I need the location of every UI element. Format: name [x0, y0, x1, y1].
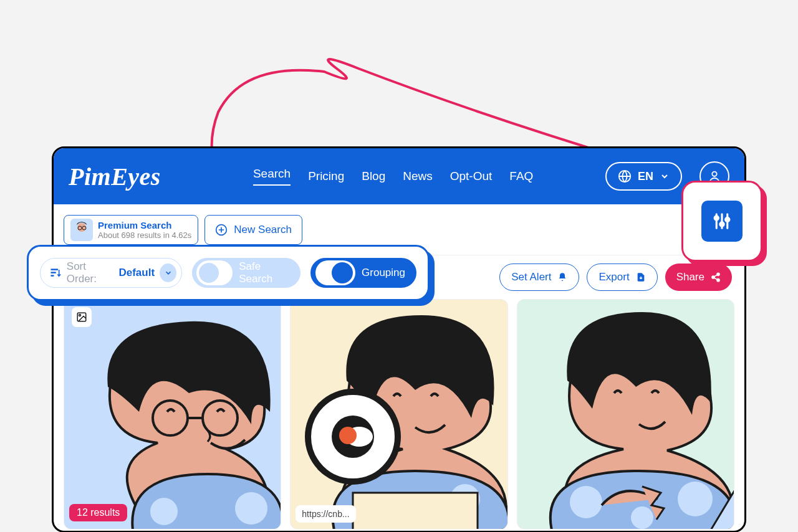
- set-alert-button[interactable]: Set Alert: [499, 264, 579, 291]
- svg-point-1: [712, 172, 716, 176]
- grouping-toggle[interactable]: Grouping: [310, 258, 416, 288]
- results-grid: 12 results https://cnb...: [54, 299, 744, 530]
- nav-pricing[interactable]: Pricing: [308, 169, 344, 183]
- settings-callout: [681, 181, 762, 262]
- filter-panel: Sort Order: Default Safe Search Grouping: [27, 245, 430, 301]
- new-search-label: New Search: [234, 224, 292, 236]
- svg-rect-27: [50, 272, 55, 273]
- results-count-badge: 12 results: [69, 504, 127, 521]
- sort-label: Sort Order:: [67, 260, 114, 285]
- svg-point-24: [678, 482, 713, 516]
- sliders-icon: [713, 212, 731, 230]
- nav-news[interactable]: News: [403, 169, 433, 183]
- language-label: EN: [638, 170, 653, 183]
- export-button[interactable]: Export: [587, 264, 657, 291]
- svg-rect-28: [50, 275, 54, 276]
- svg-point-8: [717, 279, 719, 282]
- svg-point-23: [570, 486, 602, 518]
- plus-circle-icon: [215, 224, 228, 236]
- image-stack-icon: [72, 307, 92, 327]
- app-window: PimEyes Search Pricing Blog News Opt-Out…: [52, 146, 746, 532]
- result-card[interactable]: [517, 299, 734, 530]
- svg-point-6: [717, 273, 719, 275]
- url-preview-badge: https://cnb...: [296, 505, 355, 523]
- nav-faq[interactable]: FAQ: [509, 169, 533, 183]
- result-card[interactable]: 12 results: [64, 299, 281, 530]
- grouping-label: Grouping: [362, 267, 405, 279]
- export-label: Export: [598, 271, 629, 283]
- language-selector[interactable]: EN: [605, 162, 682, 191]
- svg-point-7: [712, 276, 714, 278]
- svg-point-32: [720, 222, 724, 226]
- sort-order-dropdown[interactable]: Sort Order: Default: [40, 258, 182, 288]
- svg-rect-26: [50, 268, 58, 270]
- svg-point-34: [726, 217, 729, 221]
- premium-subtitle: About 698 results in 4.62s: [98, 230, 191, 240]
- nav-optout[interactable]: Opt-Out: [450, 169, 493, 183]
- share-label: Share: [676, 271, 704, 283]
- svg-rect-18: [353, 493, 478, 530]
- chevron-down-icon: [160, 264, 176, 282]
- filter-settings-button[interactable]: [701, 201, 743, 242]
- premium-title: Premium Search: [98, 220, 191, 230]
- sort-value: Default: [118, 267, 155, 279]
- set-alert-label: Set Alert: [511, 271, 551, 283]
- svg-point-10: [79, 315, 81, 316]
- sort-icon: [49, 266, 62, 280]
- svg-point-25: [631, 506, 653, 529]
- export-icon: [636, 272, 646, 282]
- result-card[interactable]: https://cnb...: [290, 299, 507, 530]
- nav-blog[interactable]: Blog: [362, 169, 385, 183]
- avatar-illustration: [64, 300, 281, 530]
- svg-point-30: [714, 216, 718, 220]
- avatar-illustration: [291, 300, 507, 530]
- avatar-illustration: [517, 300, 734, 530]
- svg-point-22: [339, 427, 357, 444]
- safe-search-toggle[interactable]: Safe Search: [192, 258, 300, 288]
- query-avatar: [70, 219, 93, 241]
- premium-search-box[interactable]: Premium Search About 698 results in 4.62…: [64, 215, 198, 245]
- new-search-button[interactable]: New Search: [204, 215, 302, 245]
- chevron-down-icon: [660, 171, 670, 181]
- bell-icon: [557, 272, 567, 282]
- share-button[interactable]: Share: [665, 264, 732, 291]
- header: PimEyes Search Pricing Blog News Opt-Out…: [54, 148, 744, 204]
- svg-point-11: [150, 498, 178, 525]
- nav-search[interactable]: Search: [253, 167, 291, 186]
- safe-search-label: Safe Search: [239, 260, 290, 285]
- brand-logo: PimEyes: [69, 162, 161, 191]
- globe-icon: [618, 169, 632, 183]
- share-icon: [711, 272, 721, 282]
- svg-point-12: [235, 492, 267, 525]
